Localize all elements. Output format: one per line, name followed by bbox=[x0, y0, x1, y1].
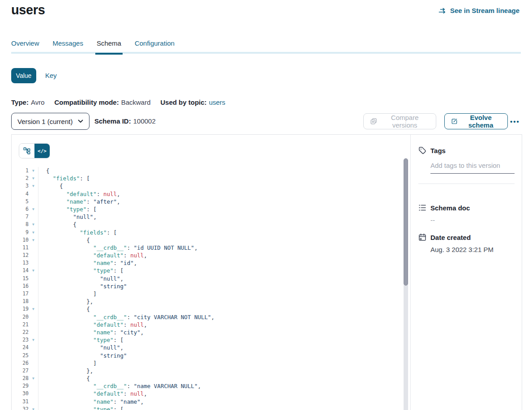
code-text: { bbox=[38, 305, 90, 313]
schema-sidebar: Tags Schema doc -- bbox=[410, 135, 522, 410]
line-number: 32 bbox=[12, 406, 29, 410]
line-number: 15 bbox=[12, 275, 29, 282]
fold-toggle-icon[interactable]: ▼ bbox=[29, 221, 38, 228]
code-text: "default": null, bbox=[38, 190, 120, 198]
code-text: { bbox=[38, 221, 77, 228]
code-view-button[interactable]: </> bbox=[34, 144, 50, 158]
line-number: 5 bbox=[12, 198, 29, 205]
fold-toggle-icon[interactable]: ▼ bbox=[29, 267, 38, 274]
tab-configuration[interactable]: Configuration bbox=[135, 39, 174, 53]
code-line: 29 "__crdb__": "name VARCHAR NULL", bbox=[12, 382, 401, 390]
code-text: "type": [ bbox=[38, 336, 123, 344]
tags-heading: Tags bbox=[418, 146, 515, 154]
sidebar-divider bbox=[418, 184, 515, 184]
fold-toggle-icon[interactable]: ▼ bbox=[29, 182, 38, 190]
line-number: 31 bbox=[12, 398, 29, 406]
line-number: 3 bbox=[12, 182, 29, 190]
line-number: 22 bbox=[12, 329, 29, 336]
evolve-schema-button[interactable]: Evolve schema bbox=[444, 113, 508, 129]
line-number: 25 bbox=[12, 352, 29, 359]
page-title: users bbox=[11, 3, 45, 17]
fold-toggle-icon[interactable]: ▼ bbox=[29, 205, 38, 213]
line-number: 12 bbox=[12, 252, 29, 259]
stream-lineage-icon bbox=[438, 8, 447, 14]
more-actions-button[interactable]: ••• bbox=[510, 113, 520, 129]
code-line: 28▼ { bbox=[12, 375, 401, 382]
line-number: 13 bbox=[12, 259, 29, 267]
code-text: { bbox=[38, 167, 50, 175]
line-number: 4 bbox=[12, 190, 29, 198]
tag-icon bbox=[418, 146, 426, 154]
code-line: 12 "default": null, bbox=[12, 252, 401, 259]
editor-scrollbar-track[interactable] bbox=[404, 158, 408, 410]
tab-schema[interactable]: Schema bbox=[97, 39, 121, 53]
schema-page: users See in Stream lineage OverviewMess… bbox=[0, 0, 532, 410]
schema-doc-heading: Schema doc bbox=[418, 204, 515, 212]
code-line: 31 "name": "name", bbox=[12, 398, 401, 406]
code-text: "null", bbox=[38, 344, 123, 351]
code-line: 7 "null", bbox=[12, 213, 401, 221]
code-text: { bbox=[38, 182, 63, 190]
code-line: 17 ] bbox=[12, 290, 401, 298]
tab-messages[interactable]: Messages bbox=[53, 39, 83, 53]
doc-list-icon bbox=[418, 204, 426, 212]
line-number: 24 bbox=[12, 344, 29, 351]
tab-overview[interactable]: Overview bbox=[11, 39, 39, 53]
code-text: "type": [ bbox=[38, 267, 123, 274]
schema-editor: </> 1▼{2▼ "fields": [3▼ {4 "default": nu… bbox=[12, 135, 411, 410]
key-toggle-button[interactable]: Key bbox=[45, 68, 57, 83]
fold-toggle-icon[interactable]: ▼ bbox=[29, 229, 38, 236]
line-number: 30 bbox=[12, 390, 29, 397]
code-text: "default": null, bbox=[38, 390, 147, 397]
calendar-plus-icon bbox=[418, 233, 426, 241]
code-line: 15 "null", bbox=[12, 275, 401, 282]
code-lines: 1▼{2▼ "fields": [3▼ {4 "default": null,5… bbox=[12, 167, 401, 410]
editor-scrollbar-thumb[interactable] bbox=[404, 158, 408, 286]
fold-toggle-icon[interactable]: ▼ bbox=[29, 175, 38, 182]
fold-toggle-icon[interactable]: ▼ bbox=[29, 406, 38, 410]
tabs-underline-bar bbox=[11, 52, 521, 54]
code-line: 13 "name": "id", bbox=[12, 259, 401, 267]
line-number: 28 bbox=[12, 375, 29, 382]
code-text: "name": "id", bbox=[38, 259, 137, 267]
code-line: 16 "string" bbox=[12, 282, 401, 290]
line-number: 23 bbox=[12, 336, 29, 344]
code-line: 9▼ "fields": [ bbox=[12, 229, 401, 236]
code-text: ] bbox=[38, 290, 97, 298]
add-tags-input[interactable] bbox=[430, 161, 515, 174]
line-number: 18 bbox=[12, 298, 29, 305]
code-line: 19▼ { bbox=[12, 305, 401, 313]
code-text: "name": "city", bbox=[38, 329, 144, 336]
code-line: 3▼ { bbox=[12, 182, 401, 190]
line-number: 21 bbox=[12, 321, 29, 329]
compare-versions-button[interactable]: Compare versions bbox=[363, 113, 436, 129]
code-line: 2▼ "fields": [ bbox=[12, 175, 401, 182]
code-text: "string" bbox=[38, 282, 127, 290]
code-line: 11 "__crdb__": "id UUID NOT NULL", bbox=[12, 244, 401, 252]
line-number: 7 bbox=[12, 213, 29, 221]
code-text: "default": null, bbox=[38, 252, 147, 259]
code-line: 21 "default": null, bbox=[12, 321, 401, 329]
code-text: { bbox=[38, 375, 90, 382]
code-text: }, bbox=[38, 367, 93, 375]
versions-icon bbox=[370, 118, 377, 125]
date-created-section: Date created Aug. 3 2022 3:21 PM bbox=[418, 233, 515, 253]
code-text: "default": null, bbox=[38, 321, 147, 329]
fold-toggle-icon[interactable]: ▼ bbox=[29, 167, 38, 175]
fold-toggle-icon[interactable]: ▼ bbox=[29, 336, 38, 344]
see-in-stream-lineage-link[interactable]: See in Stream lineage bbox=[438, 7, 519, 14]
code-line: 20 "__crdb__": "city VARCHAR NOT NULL", bbox=[12, 313, 401, 321]
fold-toggle-icon[interactable]: ▼ bbox=[29, 236, 38, 244]
code-text: { bbox=[38, 236, 90, 244]
topic-link[interactable]: users bbox=[209, 98, 226, 106]
tree-view-button[interactable] bbox=[19, 144, 34, 158]
fold-toggle-icon[interactable]: ▼ bbox=[29, 305, 38, 313]
schema-doc-value: -- bbox=[430, 216, 515, 224]
fold-toggle-icon[interactable]: ▼ bbox=[29, 375, 38, 382]
code-line: 30 "default": null, bbox=[12, 390, 401, 397]
schema-doc-section: Schema doc -- bbox=[418, 204, 515, 224]
version-select[interactable]: Version 1 (current) bbox=[11, 113, 89, 130]
code-icon: </> bbox=[38, 148, 47, 154]
date-created-heading: Date created bbox=[418, 233, 515, 241]
value-toggle-button[interactable]: Value bbox=[11, 68, 36, 83]
